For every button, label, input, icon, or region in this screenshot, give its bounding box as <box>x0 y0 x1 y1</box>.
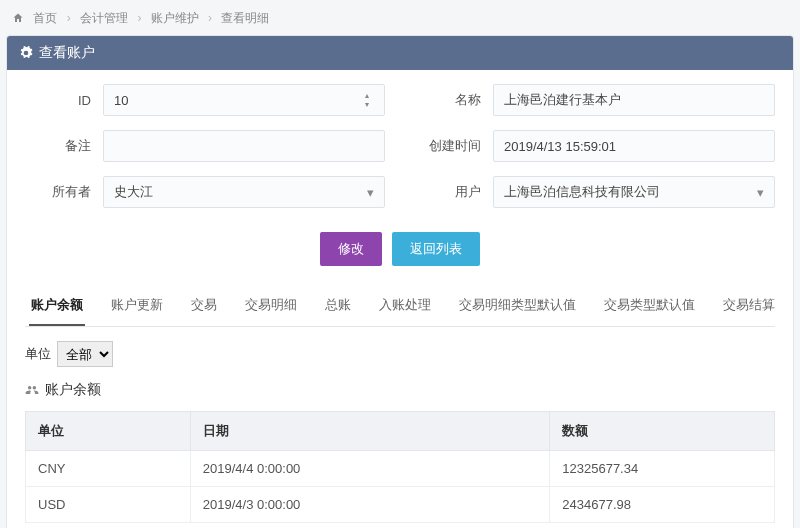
tab-trans-type-default[interactable]: 交易类型默认值 <box>602 286 697 326</box>
cell-unit: CNY <box>26 451 191 487</box>
id-field[interactable]: 10 ▴ ▾ <box>103 84 385 116</box>
name-field[interactable]: 上海邑泊建行基本户 <box>493 84 775 116</box>
cell-unit: USD <box>26 487 191 523</box>
owner-field[interactable]: 史大江 ▾ <box>103 176 385 208</box>
user-label: 用户 <box>415 183 493 201</box>
home-icon <box>12 12 24 24</box>
name-label: 名称 <box>415 91 493 109</box>
tab-transaction-detail[interactable]: 交易明细 <box>243 286 299 326</box>
tab-account-balance[interactable]: 账户余额 <box>29 286 85 326</box>
balance-table: 单位 日期 数额 CNY 2019/4/4 0:00:00 12325677.3… <box>25 411 775 523</box>
breadcrumb-sep: › <box>137 11 141 25</box>
cell-amount: 12325677.34 <box>550 451 775 487</box>
cell-date: 2019/4/4 0:00:00 <box>190 451 550 487</box>
cell-date: 2019/4/3 0:00:00 <box>190 487 550 523</box>
id-label: ID <box>25 93 103 108</box>
note-label: 备注 <box>25 137 103 155</box>
th-amount[interactable]: 数额 <box>550 412 775 451</box>
user-field[interactable]: 上海邑泊信息科技有限公司 ▾ <box>493 176 775 208</box>
tab-detail-type-default[interactable]: 交易明细类型默认值 <box>457 286 578 326</box>
edit-button[interactable]: 修改 <box>320 232 382 266</box>
tab-transactions[interactable]: 交易 <box>189 286 219 326</box>
number-stepper[interactable]: ▴ ▾ <box>360 92 374 109</box>
tab-posting[interactable]: 入账处理 <box>377 286 433 326</box>
section-title-text: 账户余额 <box>45 381 101 399</box>
chevron-down-icon: ▾ <box>757 185 764 200</box>
note-field[interactable] <box>103 130 385 162</box>
id-value: 10 <box>114 93 128 108</box>
user-value: 上海邑泊信息科技有限公司 <box>504 183 660 201</box>
chevron-down-icon[interactable]: ▾ <box>360 101 374 109</box>
back-button[interactable]: 返回列表 <box>392 232 480 266</box>
table-row[interactable]: CNY 2019/4/4 0:00:00 12325677.34 <box>26 451 775 487</box>
created-field[interactable]: 2019/4/13 15:59:01 <box>493 130 775 162</box>
name-value: 上海邑泊建行基本户 <box>504 91 621 109</box>
breadcrumb-sep: › <box>208 11 212 25</box>
section-title: 账户余额 <box>25 381 775 399</box>
cell-amount: 2434677.98 <box>550 487 775 523</box>
breadcrumb-l2[interactable]: 账户维护 <box>151 11 199 25</box>
th-date[interactable]: 日期 <box>190 412 550 451</box>
breadcrumb-home[interactable]: 首页 <box>33 11 57 25</box>
chevron-up-icon[interactable]: ▴ <box>360 92 374 100</box>
tab-ledger[interactable]: 总账 <box>323 286 353 326</box>
table-row[interactable]: USD 2019/4/3 0:00:00 2434677.98 <box>26 487 775 523</box>
breadcrumb: 首页 › 会计管理 › 账户维护 › 查看明细 <box>6 6 794 35</box>
tab-settlement[interactable]: 交易结算 <box>721 286 777 326</box>
gear-icon <box>19 46 33 60</box>
breadcrumb-sep: › <box>67 11 71 25</box>
panel-header: 查看账户 <box>7 36 793 70</box>
owner-label: 所有者 <box>25 183 103 201</box>
th-unit[interactable]: 单位 <box>26 412 191 451</box>
breadcrumb-l1[interactable]: 会计管理 <box>80 11 128 25</box>
view-account-panel: 查看账户 ID 10 ▴ ▾ 名称 上海邑泊建 <box>6 35 794 528</box>
tab-account-update[interactable]: 账户更新 <box>109 286 165 326</box>
panel-title: 查看账户 <box>39 44 95 62</box>
unit-filter-label: 单位 <box>25 345 51 363</box>
breadcrumb-l3[interactable]: 查看明细 <box>221 11 269 25</box>
created-label: 创建时间 <box>415 137 493 155</box>
tabs-bar: 账户余额 账户更新 交易 交易明细 总账 入账处理 交易明细类型默认值 交易类型… <box>25 286 775 327</box>
created-value: 2019/4/13 15:59:01 <box>504 139 616 154</box>
unit-filter-select[interactable]: 全部 <box>57 341 113 367</box>
owner-value: 史大江 <box>114 183 153 201</box>
people-icon <box>25 383 39 397</box>
chevron-down-icon: ▾ <box>367 185 374 200</box>
